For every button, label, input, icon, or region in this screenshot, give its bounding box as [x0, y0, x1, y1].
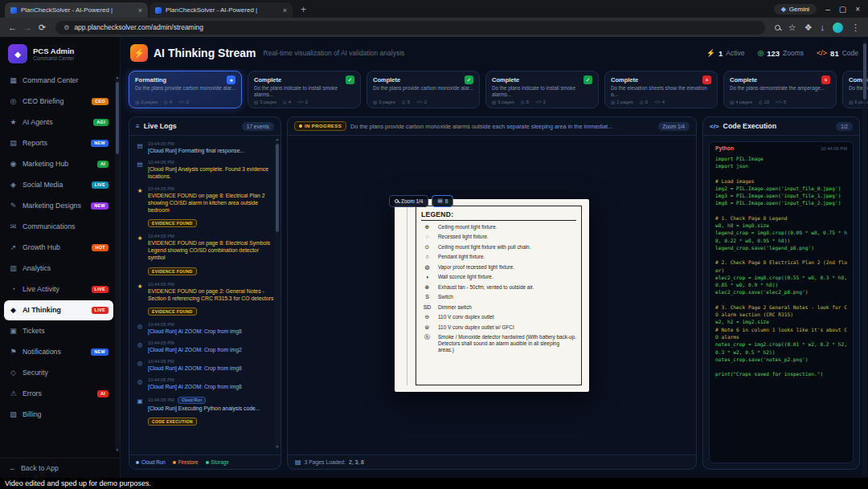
window-close-button[interactable]: ×: [855, 5, 860, 14]
screen: PlanCheckSolver - AI-Powered | × PlanChe…: [0, 0, 868, 489]
sidebar-item-ai-thinking[interactable]: ◆ AI Thinking LIVE: [4, 300, 113, 320]
logs-sources: Cloud Run Firestore Storage: [129, 454, 280, 469]
source-chip-firestore: Firestore: [173, 459, 199, 465]
sidebar: ◆ PCS Admin Command Center ▦ Command Cen…: [0, 37, 121, 478]
log-timestamp: 10:44:05 PM: [148, 282, 174, 287]
errors-icon: ⚠: [9, 389, 18, 397]
evidence-sparkle-icon: ★: [136, 234, 144, 276]
code-line: # 3. Check Page 2 General Notes - look f…: [715, 304, 847, 319]
sidebar-item-reports[interactable]: ▤ Reports NEW: [4, 133, 113, 153]
log-entry: ◎ 10:44:05 PM [Cloud Run] AI ZOOM: Crop …: [136, 377, 274, 390]
zoom-icon: ◎: [640, 100, 644, 104]
content-row: ≡ Live Logs 17 events ▤ 10:44:06 PM [Clo…: [121, 116, 868, 478]
url-bar[interactable]: ⚙ app.planchecksolver.com/admin/streamin…: [55, 21, 765, 35]
sidebar-item-live-activity[interactable]: ◔ Live Activity LIVE: [4, 279, 113, 300]
log-timestamp: 10:44:05 PM: [148, 322, 174, 327]
legend-text: Exhaust fan - 50cfm, vented to outside a…: [438, 284, 576, 291]
card-status-icon: ✓: [465, 75, 473, 84]
sidebar-item-ceo-briefing[interactable]: ◎ CEO Briefing CEO: [4, 92, 113, 112]
plan-document: LEGEND: ⊕ Ceiling mount light fixture. ◌…: [395, 199, 589, 392]
sidebar-item-badge: LIVE: [92, 286, 108, 293]
stream-card-complete[interactable]: Complete ✓ Do the plans indicate to inst…: [248, 71, 361, 108]
download-icon[interactable]: ↓: [821, 22, 825, 32]
back-to-app-button[interactable]: ← Back to App: [0, 458, 120, 478]
sidebar-item-analytics[interactable]: ▥ Analytics: [4, 259, 113, 279]
card-stats: ▤4 pages ◎10 </>5: [730, 100, 830, 104]
bookmark-star-icon[interactable]: ☆: [788, 22, 796, 33]
sidebar-item-label: Growth Hub: [23, 243, 87, 251]
sidebar-item-notifications[interactable]: ⚑ Notifications NEW: [4, 342, 113, 362]
profile-avatar[interactable]: [833, 22, 843, 33]
browser-tab-2[interactable]: PlanCheckSolver - AI-Powered | ×: [149, 2, 293, 18]
code-line: legend_crop = img8.crop((0.09 * w8, 0.75…: [715, 229, 847, 244]
pages-icon: ▤: [849, 100, 853, 104]
stream-card-complete[interactable]: Complete ✓ Do the plans indicate to inst…: [485, 71, 599, 108]
browser-tab-1[interactable]: PlanCheckSolver - AI-Powered | ×: [5, 2, 148, 18]
stream-card-formatting[interactable]: Formatting ● Do the plans provide carbon…: [129, 71, 242, 108]
sidebar-item-billing[interactable]: ▧ Billing: [4, 405, 113, 425]
sidebar-item-errors[interactable]: ⚠ Errors AI: [4, 384, 113, 404]
sidebar-item-ai-agents[interactable]: ★ AI Agents AGI: [4, 112, 113, 132]
reload-icon[interactable]: ⟳: [39, 22, 46, 33]
forward-icon[interactable]: →: [23, 22, 32, 32]
gemini-button[interactable]: ◆ Gemini: [774, 4, 817, 14]
sidebar-item-marketing-hub[interactable]: ◉ Marketing Hub AI: [4, 154, 113, 174]
stream-card-complete[interactable]: Complete × Do the elevation sheets show …: [604, 71, 718, 108]
sidebar-item-growth-hub[interactable]: ↗ Growth Hub HOT: [4, 238, 113, 258]
card-pages-count: 3 pages: [497, 100, 514, 104]
pages-icon: ▤: [254, 100, 258, 104]
stream-cards-row: Formatting ● Do the plans provide carbon…: [121, 69, 868, 116]
terminal-icon: </>: [710, 123, 719, 130]
log-entry: ◎ 10:44:05 PM [Cloud Run] AI ZOOM: Crop …: [136, 359, 274, 372]
sidebar-item-marketing-designs[interactable]: ✎ Marketing Designs NEW: [4, 196, 113, 216]
back-icon[interactable]: ←: [8, 22, 17, 32]
zoom-counter-button[interactable]: Zoom 1/4: [658, 122, 690, 131]
stream-card-complete[interactable]: Complete ✓ Do the plans provide carbon m…: [366, 71, 480, 108]
log-entry: ▤ 10:44:05 PM [Cloud Run] Analysis compl…: [136, 160, 274, 180]
sidebar-item-label: Communications: [23, 222, 108, 230]
card-status-icon: ×: [702, 75, 711, 84]
browser-menu-icon[interactable]: ⋮: [851, 22, 860, 33]
legend-row: ⊕ Ceiling mount light fixture.: [421, 224, 576, 230]
page-scrollbar[interactable]: [862, 39, 867, 476]
minimize-button[interactable]: –: [825, 5, 830, 14]
sidebar-item-command-center[interactable]: ▦ Command Center: [4, 71, 113, 91]
sidebar-scrollbar[interactable]: ▲▼: [115, 75, 120, 452]
code-line: [715, 363, 847, 370]
log-timestamp: 10:44:05 PM: [148, 377, 174, 382]
stat-label: Zooms: [783, 49, 804, 57]
logs-scrollbar[interactable]: ▲▼: [275, 137, 280, 449]
code-line: img8 = PIL.Image.open('input_file_2.jpeg…: [715, 199, 847, 206]
code-execution-panel: </> Code Execution 1/2 Python 10:44:06 P…: [702, 116, 860, 470]
sidebar-item-tickets[interactable]: ▣ Tickets: [4, 321, 113, 341]
evidence-sparkle-icon: ★: [136, 186, 144, 229]
log-entry: ★ 10:44:05 PM EVIDENCE FOUND on page 8: …: [136, 234, 274, 276]
tab-close-icon[interactable]: ×: [283, 6, 287, 14]
sidebar-item-security[interactable]: ◇ Security: [4, 363, 113, 383]
search-icon[interactable]: [775, 25, 780, 31]
extensions-icon[interactable]: ❖: [805, 22, 813, 33]
new-tab-button[interactable]: +: [301, 4, 306, 15]
viewer-canvas: Zoom 1/4 ▤ 8 LEGEND:: [288, 136, 696, 454]
sidebar-item-social-media[interactable]: ◈ Social Media LIVE: [4, 175, 113, 195]
card-status-label: Complete: [611, 76, 638, 84]
stream-card-complete[interactable]: Complete × Do the plans demonstrate the …: [723, 71, 837, 108]
tab-favicon: [155, 7, 162, 14]
maximize-button[interactable]: ▢: [839, 5, 846, 14]
source-dot: [173, 461, 176, 464]
card-stats: ▤3 pages ◎4 </>2: [254, 100, 354, 104]
log-badge: EVIDENCE FOUND: [148, 267, 197, 275]
legend-row: ◌ Recessed light fixture.: [421, 234, 576, 240]
log-message: [Cloud Run] Formatting final response...: [148, 147, 274, 154]
code-line: [715, 170, 847, 177]
sidebar-item-label: Billing: [23, 410, 108, 418]
code-execution-icon: ▣: [136, 397, 144, 426]
legend-symbol: ○: [421, 254, 433, 260]
code-icon: </>: [297, 100, 304, 104]
events-count-badge: 17 events: [242, 122, 274, 131]
lightning-icon: ⚡: [130, 44, 148, 62]
electrical-legend: LEGEND: ⊕ Ceiling mount light fixture. ◌…: [416, 206, 582, 385]
legend-symbol: SD: [421, 304, 433, 311]
tab-close-icon[interactable]: ×: [138, 6, 142, 14]
sidebar-item-communications[interactable]: ✉ Communications: [4, 217, 113, 237]
